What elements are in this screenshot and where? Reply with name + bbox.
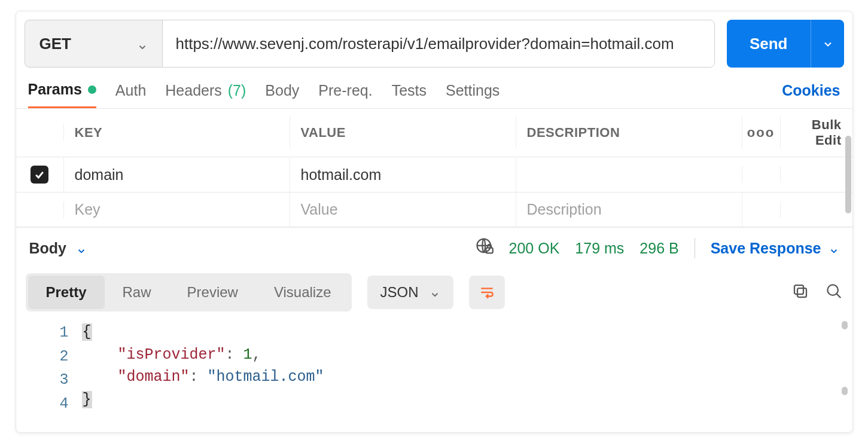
view-tab-raw[interactable]: Raw — [105, 276, 169, 309]
response-json-view: 1 2 3 4 { "isProvider": 1, "domain": "ho… — [16, 321, 852, 432]
chevron-down-icon — [76, 243, 87, 253]
svg-line-6 — [836, 294, 840, 298]
view-tab-preview[interactable]: Preview — [169, 276, 256, 309]
response-format-row: Pretty Raw Preview Visualize JSON — [16, 268, 852, 321]
tab-params[interactable]: Params — [28, 81, 96, 108]
response-header: Body 200 OK 179 ms 296 B Save Response — [16, 227, 852, 268]
chevron-down-icon — [430, 287, 440, 298]
param-desc-cell[interactable] — [516, 166, 742, 183]
tab-tests[interactable]: Tests — [392, 82, 427, 108]
language-select[interactable]: JSON — [367, 276, 453, 309]
copy-icon[interactable] — [791, 282, 809, 302]
url-text: https://www.sevenj.com/rosterapi/v1/emai… — [176, 35, 674, 53]
cookies-link[interactable]: Cookies — [782, 82, 840, 108]
col-desc: DESCRIPTION — [516, 117, 742, 149]
col-value: VALUE — [290, 117, 516, 149]
method-url-group: GET https://www.sevenj.com/rosterapi/v1/… — [25, 20, 715, 68]
divider — [695, 238, 695, 258]
col-key: KEY — [64, 117, 290, 149]
http-method-select[interactable]: GET — [25, 20, 163, 67]
param-desc-placeholder[interactable]: Description — [516, 192, 742, 227]
url-input[interactable]: https://www.sevenj.com/rosterapi/v1/emai… — [163, 20, 714, 67]
active-dot-icon — [88, 85, 96, 94]
bulk-edit-button[interactable]: Bulk Edit — [781, 109, 852, 157]
tab-auth[interactable]: Auth — [115, 82, 146, 108]
param-row: domain hotmail.com — [16, 157, 852, 192]
chevron-down-icon — [137, 38, 148, 49]
request-row: GET https://www.sevenj.com/rosterapi/v1/… — [16, 11, 852, 68]
minimap-thumb[interactable] — [842, 321, 848, 329]
tab-body[interactable]: Body — [265, 82, 299, 108]
search-icon[interactable] — [825, 282, 843, 302]
response-time: 179 ms — [575, 240, 624, 257]
more-icon: ooo — [747, 125, 775, 140]
param-row-new: Key Value Description — [16, 192, 852, 227]
scrollbar-thumb[interactable] — [845, 136, 851, 213]
view-tab-pretty[interactable]: Pretty — [28, 276, 105, 309]
chevron-down-icon — [829, 243, 839, 253]
view-mode-tabs: Pretty Raw Preview Visualize — [26, 273, 352, 311]
columns-more-button[interactable]: ooo — [742, 117, 781, 149]
param-key-placeholder[interactable]: Key — [64, 192, 290, 227]
status-code: 200 OK — [509, 240, 560, 257]
tab-settings[interactable]: Settings — [446, 82, 500, 108]
http-method-label: GET — [39, 35, 71, 53]
svg-point-5 — [827, 285, 838, 295]
view-tab-visualize[interactable]: Visualize — [256, 276, 349, 309]
save-response-button[interactable]: Save Response — [711, 240, 839, 257]
network-icon[interactable] — [476, 237, 494, 259]
svg-rect-4 — [794, 285, 803, 294]
request-tabs: Params Auth Headers (7) Body Pre-req. Te… — [16, 68, 852, 108]
line-gutter: 1 2 3 4 — [16, 321, 82, 415]
svg-rect-3 — [797, 288, 806, 297]
param-enabled-checkbox[interactable] — [31, 166, 48, 184]
send-button-group: Send — [727, 20, 844, 68]
param-value-placeholder[interactable]: Value — [290, 192, 516, 227]
tab-headers[interactable]: Headers (7) — [165, 82, 246, 108]
param-key-cell[interactable]: domain — [64, 158, 290, 192]
chevron-down-icon — [822, 38, 833, 49]
send-button[interactable]: Send — [727, 20, 811, 68]
params-header-row: KEY VALUE DESCRIPTION ooo Bulk Edit — [16, 109, 852, 157]
json-code[interactable]: { "isProvider": 1, "domain": "hotmail.co… — [82, 321, 852, 415]
response-size: 296 B — [639, 240, 678, 257]
word-wrap-button[interactable] — [469, 276, 505, 309]
tab-prereq[interactable]: Pre-req. — [318, 82, 372, 108]
send-more-button[interactable] — [811, 20, 844, 68]
minimap-thumb[interactable] — [842, 387, 848, 395]
param-value-cell[interactable]: hotmail.com — [290, 158, 516, 192]
response-body-toggle[interactable]: Body — [29, 240, 87, 257]
params-table: KEY VALUE DESCRIPTION ooo Bulk Edit doma… — [16, 108, 852, 227]
